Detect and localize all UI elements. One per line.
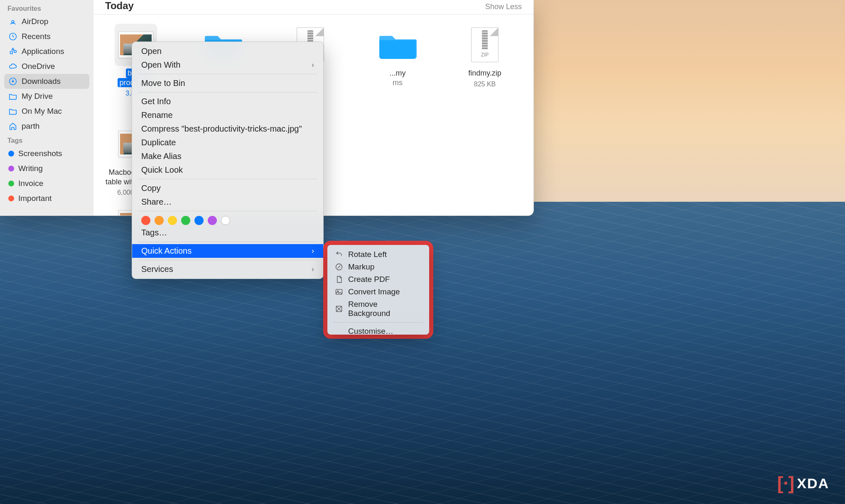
section-title: Today <box>105 0 134 12</box>
menu-open-with[interactable]: Open With› <box>132 58 323 72</box>
rotate-left-icon <box>335 250 343 259</box>
menu-separator <box>138 242 317 242</box>
sidebar-heading-tags: Tags <box>4 134 89 146</box>
file-name: ...my ms <box>390 69 406 87</box>
file-item[interactable]: ZIP findmy.zip 825 KB <box>454 24 516 97</box>
tag-color-red[interactable] <box>141 216 150 225</box>
file-meta: 825 KB <box>474 81 496 88</box>
home-icon <box>8 122 17 131</box>
submenu-remove-background[interactable]: Remove Background <box>327 298 429 320</box>
menu-services[interactable]: Services› <box>132 262 323 276</box>
submenu-rotate-left[interactable]: Rotate Left <box>327 248 429 261</box>
section-header-today: Today Show Less <box>93 0 533 15</box>
tag-dot-icon <box>8 196 14 201</box>
sidebar-tag-invoice[interactable]: Invoice <box>4 176 89 191</box>
sidebar-item-onedrive[interactable]: OneDrive <box>4 59 89 74</box>
submenu-separator <box>333 322 423 323</box>
sidebar-label: Important <box>18 194 52 203</box>
show-less-button[interactable]: Show Less <box>485 2 522 11</box>
image-icon <box>335 288 343 296</box>
sidebar-label: Applications <box>22 47 64 56</box>
menu-separator <box>138 260 317 260</box>
sidebar-label: OneDrive <box>22 62 55 71</box>
sidebar-label: Recents <box>22 32 51 41</box>
xda-watermark: [·] XDA <box>777 474 829 492</box>
menu-make-alias[interactable]: Make Alias <box>132 149 323 163</box>
sidebar-item-my-drive[interactable]: My Drive <box>4 89 89 104</box>
applications-icon <box>8 47 17 56</box>
menu-get-info[interactable]: Get Info <box>132 95 323 108</box>
menu-tags[interactable]: Tags… <box>132 226 323 240</box>
download-icon <box>8 77 17 86</box>
chevron-right-icon: › <box>312 247 314 255</box>
menu-rename[interactable]: Rename <box>132 108 323 122</box>
submenu-customise[interactable]: Customise… <box>327 325 429 338</box>
context-menu: Open Open With› Move to Bin Get Info Ren… <box>132 42 324 279</box>
menu-separator <box>138 211 317 211</box>
sidebar-item-airdrop[interactable]: AirDrop <box>4 14 89 29</box>
sidebar-tag-important[interactable]: Important <box>4 191 89 206</box>
sidebar-item-on-my-mac[interactable]: On My Mac <box>4 104 89 119</box>
menu-quick-look[interactable]: Quick Look <box>132 163 323 177</box>
remove-bg-icon <box>335 305 343 313</box>
finder-sidebar: Favourites AirDrop Recents Applications … <box>0 0 93 215</box>
airdrop-icon <box>8 17 17 26</box>
menu-quick-actions[interactable]: Quick Actions› <box>132 244 323 258</box>
tag-color-purple[interactable] <box>208 216 217 225</box>
menu-duplicate[interactable]: Duplicate <box>132 136 323 149</box>
quick-actions-submenu-highlight: Rotate Left Markup Create PDF Convert Im… <box>323 241 433 339</box>
sidebar-item-home[interactable]: parth <box>4 119 89 134</box>
clock-icon <box>8 32 17 41</box>
tag-color-none[interactable] <box>221 216 230 225</box>
tag-color-yellow[interactable] <box>168 216 177 225</box>
sidebar-tag-writing[interactable]: Writing <box>4 161 89 176</box>
tag-color-orange[interactable] <box>155 216 164 225</box>
menu-compress[interactable]: Compress "best-productivity-tricks-mac.j… <box>132 122 323 136</box>
sidebar-label: On My Mac <box>22 107 62 116</box>
submenu-markup[interactable]: Markup <box>327 261 429 273</box>
menu-move-to-bin[interactable]: Move to Bin <box>132 76 323 90</box>
tag-dot-icon <box>8 166 14 171</box>
tag-color-green[interactable] <box>181 216 190 225</box>
submenu-create-pdf[interactable]: Create PDF <box>327 273 429 286</box>
sidebar-label: My Drive <box>22 92 53 101</box>
file-thumbnail <box>376 24 419 66</box>
file-name: findmy.zip <box>468 69 501 78</box>
menu-separator <box>138 92 317 93</box>
sidebar-label: AirDrop <box>22 17 48 26</box>
menu-separator <box>138 74 317 74</box>
sidebar-heading-favourites: Favourites <box>4 2 89 14</box>
tag-dot-icon <box>8 181 14 186</box>
menu-open[interactable]: Open <box>132 44 323 58</box>
chevron-right-icon: › <box>312 61 314 69</box>
tag-color-blue[interactable] <box>194 216 204 225</box>
menu-separator <box>138 179 317 179</box>
submenu-convert-image[interactable]: Convert Image <box>327 286 429 298</box>
sidebar-label: Screenshots <box>18 149 62 158</box>
sidebar-tag-screenshots[interactable]: Screenshots <box>4 146 89 161</box>
tag-dot-icon <box>8 151 14 157</box>
quick-actions-submenu: Rotate Left Markup Create PDF Convert Im… <box>327 245 429 335</box>
folder-icon <box>378 29 417 61</box>
menu-tag-colors <box>132 213 323 226</box>
sidebar-item-recents[interactable]: Recents <box>4 29 89 44</box>
zip-icon: ZIP <box>471 27 499 62</box>
cloud-icon <box>8 62 17 71</box>
folder-icon <box>8 92 17 101</box>
sidebar-item-downloads[interactable]: Downloads <box>4 74 89 89</box>
menu-copy[interactable]: Copy <box>132 181 323 195</box>
chevron-right-icon: › <box>312 265 314 274</box>
sidebar-label: Writing <box>18 164 43 173</box>
xda-text: XDA <box>797 475 829 492</box>
file-thumbnail: ZIP <box>464 24 506 66</box>
sidebar-item-applications[interactable]: Applications <box>4 44 89 59</box>
xda-bracket-icon: [·] <box>777 474 795 492</box>
menu-share[interactable]: Share… <box>132 195 323 209</box>
file-item[interactable]: ...my ms <box>367 24 428 97</box>
document-icon <box>335 275 343 284</box>
markup-icon <box>335 263 343 271</box>
sidebar-label: parth <box>22 122 39 131</box>
folder-icon <box>8 107 17 116</box>
sidebar-label: Invoice <box>18 179 43 188</box>
sidebar-label: Downloads <box>22 77 61 86</box>
